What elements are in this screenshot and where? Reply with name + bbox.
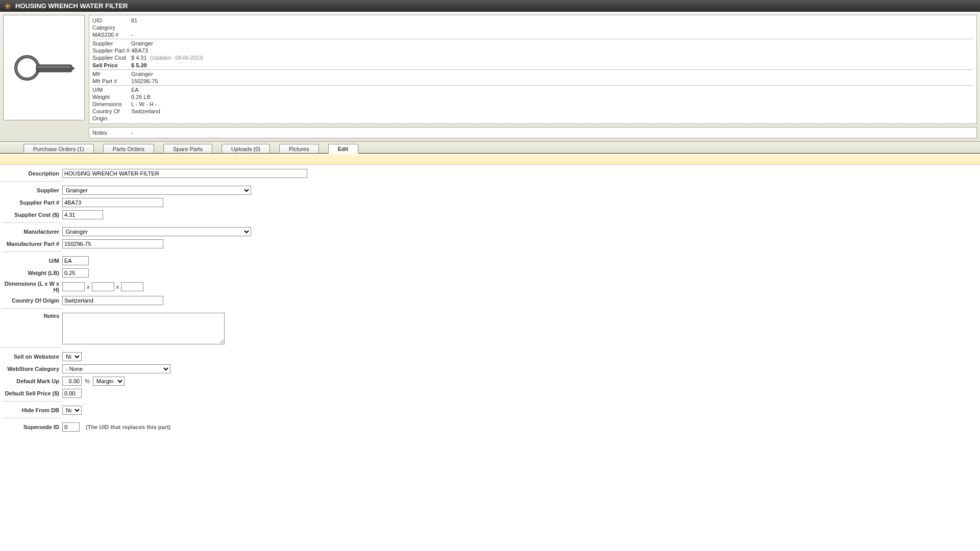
info-value-notes: - bbox=[131, 129, 973, 136]
label-ws-category: WebStore Category bbox=[2, 366, 62, 372]
gear-icon bbox=[4, 3, 11, 10]
info-value-supplier-part: 4BA73 bbox=[131, 47, 973, 54]
info-label-uid: UID bbox=[92, 17, 131, 24]
svg-line-8 bbox=[9, 4, 10, 5]
info-label-notes: Notes bbox=[92, 129, 131, 136]
notes-textarea[interactable] bbox=[62, 313, 225, 344]
manufacturer-select[interactable]: Grainger bbox=[62, 227, 251, 236]
pct-label: % bbox=[85, 378, 90, 384]
info-label-mfr: Mfr bbox=[92, 70, 131, 78]
info-label-supplier-part: Supplier Part # bbox=[92, 47, 131, 54]
svg-point-10 bbox=[16, 57, 38, 79]
tab-parts-orders[interactable]: Parts Orders bbox=[103, 144, 154, 154]
svg-line-6 bbox=[9, 7, 10, 8]
product-image bbox=[3, 15, 85, 120]
edit-form: Description Supplier Grainger Supplier P… bbox=[0, 165, 980, 455]
info-value-supplier: Grainger bbox=[131, 40, 973, 47]
info-value-coo: Switzerland bbox=[131, 108, 973, 122]
label-description: Description bbox=[2, 170, 62, 177]
info-value-category bbox=[131, 24, 973, 31]
um-input[interactable] bbox=[62, 256, 89, 265]
tabs: Purchase Orders (1) Parts Orders Spare P… bbox=[0, 142, 980, 154]
hide-db-select[interactable]: No bbox=[62, 406, 82, 415]
info-value-dimensions: L - W - H - bbox=[131, 101, 973, 108]
ws-category-select[interactable]: - None bbox=[62, 364, 170, 373]
svg-line-5 bbox=[6, 4, 7, 5]
label-default-markup: Default Mark Up bbox=[2, 378, 62, 384]
label-default-sell: Default Sell Price ($) bbox=[2, 390, 62, 396]
dim-x1: x bbox=[87, 284, 90, 290]
label-hide-db: Hide From DB bbox=[2, 407, 62, 413]
info-label-mfr-part: Mfr Part # bbox=[92, 78, 131, 85]
info-label-category: Category bbox=[92, 24, 131, 31]
label-manufacturer: Manufacturer bbox=[2, 229, 62, 235]
page-title: HOUSING WRENCH WATER FILTER bbox=[15, 2, 128, 10]
label-dimensions: Dimensions (L x W x H) bbox=[2, 281, 62, 293]
label-supplier-cost: Supplier Cost ($) bbox=[2, 212, 62, 218]
tab-spare-parts[interactable]: Spare Parts bbox=[163, 144, 212, 154]
summary-section: UID81 Category MAS200 #- SupplierGrainge… bbox=[0, 12, 980, 142]
tab-strip bbox=[0, 154, 980, 165]
info-value-mas200: - bbox=[131, 31, 973, 38]
info-value-mfr-part: 150296-75 bbox=[131, 78, 973, 85]
info-block-notes: Notes- bbox=[89, 127, 977, 138]
tab-uploads[interactable]: Uploads (0) bbox=[222, 144, 270, 154]
label-um: U/M bbox=[2, 258, 62, 264]
supersede-input[interactable] bbox=[62, 422, 80, 432]
dim-h-input[interactable] bbox=[121, 282, 143, 291]
info-label-sell-price: Sell Price bbox=[92, 62, 131, 69]
label-manufacturer-part: Manufacturer Part # bbox=[2, 241, 62, 247]
info-value-sell-price: $ 5.39 bbox=[131, 62, 973, 69]
default-sell-input[interactable] bbox=[62, 389, 82, 398]
info-label-mas200: MAS200 # bbox=[92, 31, 131, 38]
label-weight: Weight (LB) bbox=[2, 270, 62, 276]
info-value-um: EA bbox=[131, 86, 973, 93]
dim-l-input[interactable] bbox=[62, 282, 85, 291]
info-value-supplier-cost: $ 4.31(Updated - 08-06-2013) bbox=[131, 54, 973, 62]
default-markup-input[interactable] bbox=[62, 377, 82, 386]
svg-rect-13 bbox=[37, 66, 70, 68]
dim-w-input[interactable] bbox=[92, 282, 114, 291]
dim-x2: x bbox=[116, 284, 119, 290]
manufacturer-part-input[interactable] bbox=[62, 239, 163, 248]
info-label-coo: Country Of Origin bbox=[92, 108, 131, 122]
sell-webstore-select[interactable]: No bbox=[62, 352, 82, 361]
tab-edit[interactable]: Edit bbox=[328, 144, 358, 154]
tab-pictures[interactable]: Pictures bbox=[279, 144, 319, 154]
label-supersede: Supersede ID bbox=[2, 424, 62, 430]
description-input[interactable] bbox=[62, 169, 307, 178]
label-supplier-part: Supplier Part # bbox=[2, 199, 62, 206]
svg-marker-14 bbox=[70, 65, 75, 72]
markup-type-select[interactable]: Margin bbox=[93, 377, 125, 386]
info-label-um: U/M bbox=[92, 86, 131, 93]
info-label-dimensions: Dimensions bbox=[92, 101, 131, 108]
info-value-weight: 0.25 LB bbox=[131, 93, 973, 101]
info-value-uid: 81 bbox=[131, 17, 973, 24]
label-sell-webstore: Sell on Webstore bbox=[2, 354, 62, 360]
tab-purchase-orders[interactable]: Purchase Orders (1) bbox=[23, 144, 94, 154]
label-coo: Country Of Origin bbox=[2, 297, 62, 304]
info-label-supplier-cost: Supplier Cost bbox=[92, 54, 131, 62]
info-label-supplier: Supplier bbox=[92, 40, 131, 47]
coo-input[interactable] bbox=[62, 296, 163, 305]
info-value-mfr: Grainger bbox=[131, 70, 973, 78]
label-supplier: Supplier bbox=[2, 187, 62, 193]
weight-input[interactable] bbox=[62, 268, 89, 278]
svg-line-7 bbox=[6, 7, 7, 8]
page-header: HOUSING WRENCH WATER FILTER bbox=[0, 0, 980, 12]
info-block-main: UID81 Category MAS200 #- SupplierGrainge… bbox=[89, 15, 977, 124]
supersede-hint: (The UID that replaces this part) bbox=[86, 424, 170, 430]
label-notes: Notes bbox=[2, 313, 62, 319]
svg-point-0 bbox=[6, 5, 9, 7]
supplier-select[interactable]: Grainger bbox=[62, 186, 251, 195]
info-label-weight: Weight bbox=[92, 93, 131, 101]
supplier-cost-input[interactable] bbox=[62, 210, 103, 219]
supplier-part-input[interactable] bbox=[62, 198, 163, 207]
